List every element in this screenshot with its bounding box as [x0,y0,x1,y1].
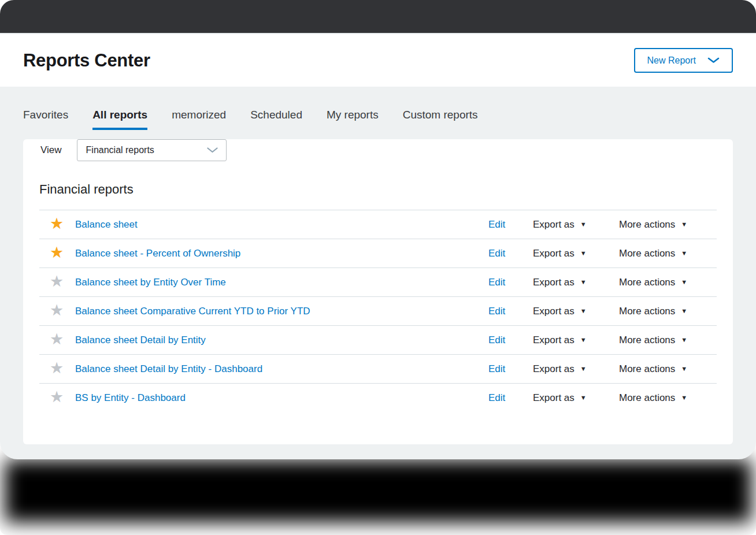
edit-link[interactable]: Edit [488,248,505,259]
more-actions-cell: More actions▼ [619,219,717,231]
app-body: FavoritesAll reportsmemorizedScheduledMy… [0,87,756,459]
more-actions-cell: More actions▼ [619,392,717,404]
table-row: ★Balance sheetEditExport as▼More actions… [39,210,717,239]
export-as-label: Export as [533,392,575,404]
edit-link[interactable]: Edit [488,306,505,317]
dropdown-arrow-icon: ▼ [681,365,687,372]
more-actions-label: More actions [619,363,675,375]
edit-cell: Edit [488,219,533,231]
favorite-star-icon[interactable]: ★ [49,303,64,320]
export-cell: Export as▼ [533,248,619,259]
table-row: ★Balance sheet Detail by Entity - Dashbo… [39,354,717,383]
edit-cell: Edit [488,392,533,404]
more-actions-button[interactable]: More actions▼ [619,392,687,404]
report-link[interactable]: Balance sheet by Entity Over Time [75,277,488,288]
more-actions-button[interactable]: More actions▼ [619,306,687,317]
export-as-label: Export as [533,306,575,317]
export-as-button[interactable]: Export as▼ [533,392,587,404]
more-actions-button[interactable]: More actions▼ [619,335,687,346]
table-row: ★Balance sheet Comparative Current YTD t… [39,296,717,325]
more-actions-button[interactable]: More actions▼ [619,219,687,231]
export-as-label: Export as [533,277,575,288]
favorite-star-icon[interactable]: ★ [49,361,64,378]
dropdown-arrow-icon: ▼ [580,394,587,401]
view-label: View [40,144,62,156]
export-as-label: Export as [533,248,575,259]
export-as-button[interactable]: Export as▼ [533,335,587,346]
more-actions-label: More actions [619,277,675,288]
edit-cell: Edit [488,277,533,288]
tab-custom-reports[interactable]: Custom reports [403,107,478,122]
export-as-label: Export as [533,335,575,346]
new-report-button-label: New Report [647,55,696,66]
dropdown-arrow-icon: ▼ [580,307,587,314]
report-link[interactable]: BS by Entity - Dashboard [75,392,488,404]
favorite-star-icon[interactable]: ★ [49,245,64,262]
tab-favorites[interactable]: Favorites [23,107,68,122]
more-actions-label: More actions [619,392,675,404]
export-as-label: Export as [533,219,575,231]
edit-cell: Edit [488,335,533,346]
page-title: Reports Center [23,50,150,71]
top-bar [0,0,756,33]
chevron-down-icon [707,57,720,64]
edit-link[interactable]: Edit [488,392,505,403]
tab-scheduled[interactable]: Scheduled [250,107,302,122]
tab-memorized[interactable]: memorized [172,107,226,122]
report-link[interactable]: Balance sheet [75,219,488,231]
more-actions-label: More actions [619,219,675,231]
edit-link[interactable]: Edit [488,363,505,374]
tab-my-reports[interactable]: My reports [327,107,379,122]
edit-link[interactable]: Edit [488,277,505,288]
dropdown-arrow-icon: ▼ [580,336,587,343]
reports-table: ★Balance sheetEditExport as▼More actions… [39,210,717,412]
more-actions-cell: More actions▼ [619,248,717,259]
view-select[interactable]: Financial reports [77,139,227,161]
page-header: Reports Center New Report [0,34,756,87]
export-as-button[interactable]: Export as▼ [533,219,587,231]
more-actions-button[interactable]: More actions▼ [619,277,687,288]
export-as-button[interactable]: Export as▼ [533,363,587,375]
more-actions-cell: More actions▼ [619,277,717,288]
export-cell: Export as▼ [533,335,619,346]
export-as-button[interactable]: Export as▼ [533,277,587,288]
more-actions-label: More actions [619,306,675,317]
more-actions-button[interactable]: More actions▼ [619,363,687,375]
favorite-star-icon[interactable]: ★ [49,332,64,349]
reports-center-window: Reports Center New Report FavoritesAll r… [0,0,756,535]
favorite-star-icon[interactable]: ★ [49,274,64,291]
table-row: ★Balance sheet by Entity Over TimeEditEx… [39,268,717,296]
favorite-star-icon[interactable]: ★ [49,389,64,407]
dropdown-arrow-icon: ▼ [580,278,587,285]
more-actions-button[interactable]: More actions▼ [619,248,687,259]
more-actions-cell: More actions▼ [619,306,717,317]
dropdown-arrow-icon: ▼ [681,278,687,285]
edit-link[interactable]: Edit [488,219,505,230]
new-report-button[interactable]: New Report [634,48,733,73]
export-as-button[interactable]: Export as▼ [533,248,587,259]
tab-all-reports[interactable]: All reports [92,107,147,122]
export-as-button[interactable]: Export as▼ [533,306,587,317]
report-link[interactable]: Balance sheet Detail by Entity [75,335,488,346]
export-cell: Export as▼ [533,306,619,317]
report-link[interactable]: Balance sheet Comparative Current YTD to… [75,306,488,317]
more-actions-cell: More actions▼ [619,335,717,346]
window-shadow [5,460,751,522]
export-cell: Export as▼ [533,219,619,231]
export-as-label: Export as [533,363,575,375]
table-row: ★Balance sheet - Percent of OwnershipEdi… [39,239,717,268]
report-link[interactable]: Balance sheet - Percent of Ownership [75,248,488,259]
table-row: ★Balance sheet Detail by EntityEditExpor… [39,325,717,354]
dropdown-arrow-icon: ▼ [580,365,587,372]
edit-link[interactable]: Edit [488,335,505,345]
chevron-down-icon [207,145,218,155]
view-select-value: Financial reports [86,145,154,155]
dropdown-arrow-icon: ▼ [681,250,687,257]
edit-cell: Edit [488,306,533,317]
export-cell: Export as▼ [533,392,619,404]
favorite-star-icon[interactable]: ★ [49,216,64,233]
dropdown-arrow-icon: ▼ [580,221,587,228]
report-link[interactable]: Balance sheet Detail by Entity - Dashboa… [75,363,488,375]
export-cell: Export as▼ [533,277,619,288]
table-row: ★BS by Entity - DashboardEditExport as▼M… [39,383,717,412]
